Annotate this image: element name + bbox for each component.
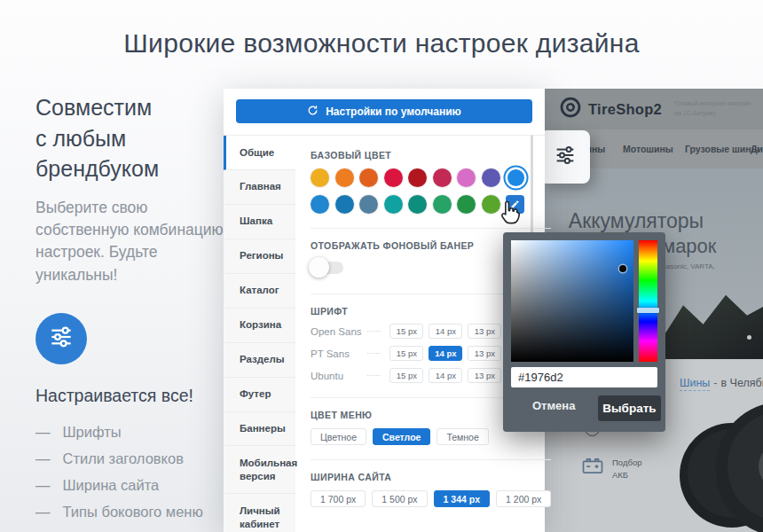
menu-color-option[interactable]: Цветное	[311, 428, 366, 445]
font-size-button[interactable]: 15 px	[389, 346, 423, 361]
site-width-option[interactable]: 1 700 px	[311, 490, 366, 507]
dotted-filler	[367, 353, 381, 354]
marketing-column: Совместим с любым брендбуком Выберите св…	[35, 92, 225, 532]
battery-label: Подбор АКБ	[612, 457, 641, 482]
color-swatch[interactable]	[384, 168, 403, 187]
font-size-button[interactable]: 14 px	[429, 324, 462, 339]
color-swatch[interactable]	[433, 195, 452, 214]
marketing-subheading: Настраивается все!	[35, 386, 225, 406]
color-swatch[interactable]	[457, 195, 476, 214]
sidebar-item-main[interactable]: Главная	[224, 170, 295, 205]
site-width-options: 1 700 px 1 500 px 1 344 px 1 200 px	[311, 490, 551, 507]
hand-cursor	[498, 199, 523, 231]
feature-item: —Типы бокового меню	[35, 498, 225, 525]
sidebar-item-general[interactable]: Общие	[224, 136, 295, 170]
hero-title-line1: Аккумуляторы	[545, 209, 745, 233]
tune-circle-badge	[35, 313, 87, 364]
color-swatch[interactable]	[335, 195, 354, 214]
sidebar-item-mobile[interactable]: Мобильная версия	[224, 446, 295, 494]
font-name: Open Sans	[311, 326, 366, 337]
panel-scrollbar[interactable]	[531, 135, 533, 234]
breadcrumb: Шины-в Челябин	[680, 377, 763, 389]
site-header: TireShop2 Готовый интернет-магазин на 1С…	[545, 89, 763, 129]
marketing-heading: Совместим с любым брендбуком	[35, 92, 225, 184]
cancel-button[interactable]: Отмена	[532, 399, 575, 412]
color-picker-popup: Отмена Выбрать	[503, 232, 665, 432]
breadcrumb-current: в Челябин	[721, 377, 763, 389]
base-color-label: БАЗОВЫЙ ЦВЕТ	[311, 150, 551, 160]
font-size-button[interactable]: 13 px	[468, 368, 501, 383]
hex-color-input[interactable]	[511, 367, 657, 387]
font-size-button[interactable]: 15 px	[389, 324, 423, 339]
color-swatch[interactable]	[359, 168, 378, 187]
sidebar-item-footer[interactable]: Футер	[224, 378, 295, 412]
page-title: Широкие возможности настроек дизайна	[0, 28, 763, 59]
color-swatch[interactable]	[384, 195, 403, 214]
tireshop-logo-icon	[559, 96, 582, 122]
divider	[311, 459, 551, 460]
color-picker-marker[interactable]	[619, 265, 626, 272]
feature-item: —Ширина сайта	[35, 472, 225, 498]
site-tagline: Готовый интернет-магазин на 1С-Битрикс	[674, 99, 751, 119]
color-swatch-selected[interactable]	[507, 169, 524, 186]
color-swatch[interactable]	[457, 168, 476, 187]
breadcrumb-link-tires[interactable]: Шины	[680, 377, 710, 391]
nav-item-disks[interactable]: Диски	[751, 144, 763, 154]
category-item-battery[interactable]: Подбор АКБ	[580, 453, 641, 482]
color-swatch[interactable]	[311, 168, 329, 187]
feature-item: —Шрифты	[35, 419, 225, 445]
hue-slider-handle[interactable]	[637, 308, 659, 313]
font-size-button[interactable]: 14 px	[429, 368, 462, 383]
marketing-description: Выберите свою собственную комбинацию нас…	[35, 197, 225, 287]
font-name: PT Sans	[311, 348, 366, 359]
color-swatch[interactable]	[408, 195, 427, 214]
font-size-button[interactable]: 13 px	[468, 346, 501, 361]
sidebar-item-catalog[interactable]: Каталог	[224, 274, 295, 309]
sidebar-item-cart[interactable]: Корзина	[224, 309, 295, 343]
feature-list: —Шрифты —Стили заголовков —Ширина сайта …	[35, 419, 225, 532]
menu-color-option[interactable]: Темное	[437, 428, 488, 445]
saturation-value-area[interactable]	[511, 240, 633, 362]
nav-item-truck-tires[interactable]: Грузовые шины	[685, 144, 759, 154]
site-width-option[interactable]: 1 200 px	[496, 490, 551, 507]
font-name: Ubuntu	[311, 371, 366, 381]
dotted-filler	[367, 331, 381, 332]
site-width-label: ШИРИНА САЙТА	[311, 472, 551, 482]
panel-sidebar: Общие Главная Шапка Регионы Каталог Корз…	[224, 136, 295, 532]
carousel-dot[interactable]	[747, 335, 751, 340]
design-settings-panel: Настройки по умолчанию Общие Главная Шап…	[224, 89, 545, 532]
refresh-icon	[307, 105, 319, 119]
battery-icon	[580, 453, 605, 482]
feature-item: —Цвет заднего фона	[35, 525, 225, 532]
menu-color-option-selected[interactable]: Светлое	[373, 428, 430, 445]
color-swatch[interactable]	[433, 168, 452, 187]
color-swatch[interactable]	[408, 168, 427, 187]
font-size-button[interactable]: 13 px	[468, 324, 501, 339]
hue-slider[interactable]	[639, 240, 657, 362]
sidebar-item-header[interactable]: Шапка	[224, 205, 295, 239]
toggle-knob	[309, 257, 329, 278]
swatch-row-1	[311, 168, 551, 187]
sidebar-item-banners[interactable]: Баннеры	[224, 412, 295, 447]
site-width-option[interactable]: 1 500 px	[372, 490, 427, 507]
reset-to-default-button[interactable]: Настройки по умолчанию	[236, 99, 532, 123]
breadcrumb-separator: -	[713, 377, 717, 389]
site-width-option-selected[interactable]: 1 344 px	[434, 490, 490, 507]
sidebar-item-regions[interactable]: Регионы	[224, 239, 295, 274]
background-banner-toggle[interactable]	[311, 262, 343, 274]
color-swatch[interactable]	[335, 168, 354, 187]
font-size-button-selected[interactable]: 14 px	[429, 346, 462, 361]
select-button[interactable]: Выбрать	[598, 395, 661, 421]
color-swatch[interactable]	[311, 195, 329, 214]
feature-item: —Стили заголовков	[35, 445, 225, 472]
font-size-button[interactable]: 15 px	[389, 368, 423, 383]
sidebar-item-sections[interactable]: Разделы	[224, 343, 295, 378]
hero-title-line2: марок	[662, 235, 716, 258]
sidebar-item-account[interactable]: Личный кабинет	[224, 494, 295, 532]
color-swatch[interactable]	[359, 195, 378, 214]
color-swatch[interactable]	[482, 168, 500, 187]
dotted-filler	[367, 375, 381, 376]
nav-item-moto-tires[interactable]: Мотошины	[623, 144, 673, 154]
site-logo[interactable]: TireShop2	[559, 96, 662, 122]
tune-icon	[47, 323, 75, 355]
